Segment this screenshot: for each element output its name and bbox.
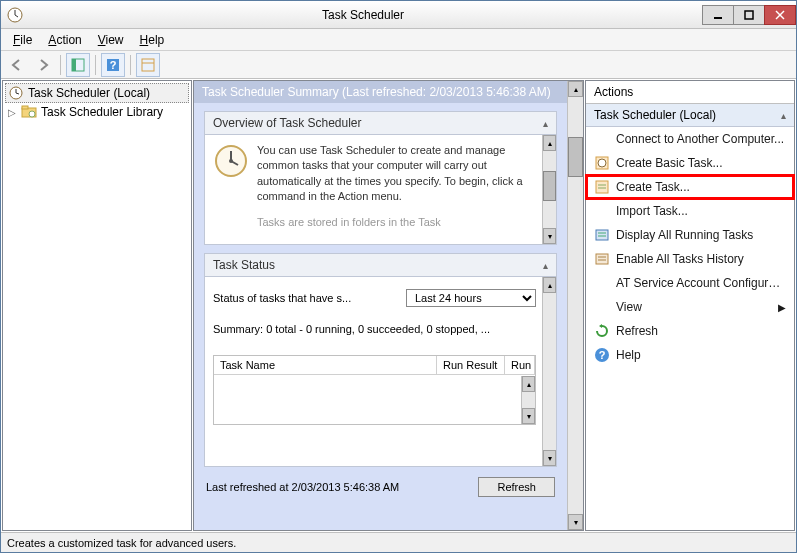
action-import-task[interactable]: Import Task...	[586, 199, 794, 223]
action-create-basic-task[interactable]: Create Basic Task...	[586, 151, 794, 175]
overview-header[interactable]: Overview of Task Scheduler ▴	[204, 111, 557, 135]
toolbar-separator-3	[130, 55, 131, 75]
folder-icon	[21, 104, 37, 120]
help-button[interactable]: ?	[101, 53, 125, 77]
expand-icon[interactable]: ▷	[7, 107, 17, 118]
tree-root-label: Task Scheduler (Local)	[28, 86, 150, 100]
clock-large-icon	[213, 143, 249, 179]
clock-icon	[8, 85, 24, 101]
svg-rect-25	[596, 181, 608, 193]
task-scheduler-window: Task Scheduler File Action View Help ? T…	[0, 0, 797, 553]
action-create-task[interactable]: Create Task...	[586, 175, 794, 199]
center-scrollbar[interactable]: ▴ ▾	[567, 81, 583, 530]
titlebar: Task Scheduler	[1, 1, 796, 29]
actions-group-label: Task Scheduler (Local)	[594, 108, 716, 122]
svg-rect-28	[596, 230, 608, 240]
action-enable-history[interactable]: Enable All Tasks History	[586, 247, 794, 271]
help-icon: ?	[594, 347, 610, 363]
statusbar-text: Creates a customized task for advanced u…	[7, 537, 236, 549]
refresh-row: Last refreshed at 2/03/2013 5:46:38 AM R…	[194, 467, 567, 507]
collapse-icon-3[interactable]: ▴	[781, 110, 786, 121]
history-icon	[594, 251, 610, 267]
action-at-service[interactable]: AT Service Account Configurati...	[586, 271, 794, 295]
center-pane: Task Scheduler Summary (Last refreshed: …	[193, 80, 584, 531]
toolbar-separator-2	[95, 55, 96, 75]
summary-header: Task Scheduler Summary (Last refreshed: …	[194, 81, 567, 103]
menu-help[interactable]: Help	[132, 31, 173, 49]
overview-panel: Overview of Task Scheduler ▴ You can use…	[204, 111, 557, 245]
status-label: Status of tasks that have s...	[213, 292, 351, 304]
collapse-icon[interactable]: ▴	[543, 118, 548, 129]
tree-library-label: Task Scheduler Library	[41, 105, 163, 119]
menu-view[interactable]: View	[90, 31, 132, 49]
overview-text: You can use Task Scheduler to create and…	[257, 143, 536, 205]
action-refresh[interactable]: Refresh	[586, 319, 794, 343]
svg-rect-31	[596, 254, 608, 264]
status-panel: Task Status ▴ Status of tasks that have …	[204, 253, 557, 467]
overview-text2: Tasks are stored in folders in the Task	[257, 215, 536, 230]
svg-rect-17	[22, 106, 28, 109]
overview-title: Overview of Task Scheduler	[213, 116, 362, 130]
main-area: Task Scheduler (Local) ▷ Task Scheduler …	[1, 79, 796, 532]
th-task-name[interactable]: Task Name	[214, 356, 437, 374]
statusbar: Creates a customized task for advanced u…	[1, 532, 796, 552]
window-title: Task Scheduler	[23, 8, 703, 22]
toolbar-pane-button[interactable]	[66, 53, 90, 77]
refresh-button[interactable]: Refresh	[478, 477, 555, 497]
basic-task-icon	[594, 155, 610, 171]
svg-rect-8	[72, 59, 76, 71]
task-icon	[594, 179, 610, 195]
blank-icon-3	[594, 275, 610, 291]
overview-scrollbar[interactable]: ▴ ▾	[542, 135, 556, 244]
svg-rect-11	[142, 59, 154, 71]
menu-file[interactable]: File	[5, 31, 40, 49]
task-table: Task Name Run Result Run ▴▾	[213, 355, 536, 425]
actions-group-header[interactable]: Task Scheduler (Local) ▴	[586, 104, 794, 127]
action-display-running[interactable]: Display All Running Tasks	[586, 223, 794, 247]
svg-rect-4	[745, 11, 753, 19]
submenu-arrow-icon: ▶	[778, 302, 786, 313]
tree-pane: Task Scheduler (Local) ▷ Task Scheduler …	[2, 80, 192, 531]
tree-root[interactable]: Task Scheduler (Local)	[5, 83, 189, 103]
action-help[interactable]: ? Help	[586, 343, 794, 367]
last-refreshed-label: Last refreshed at 2/03/2013 5:46:38 AM	[206, 481, 399, 493]
th-run-result[interactable]: Run Result	[437, 356, 505, 374]
action-view[interactable]: View ▶	[586, 295, 794, 319]
back-button[interactable]	[5, 53, 29, 77]
status-period-select[interactable]: Last 24 hours	[406, 289, 536, 307]
summary-line: Summary: 0 total - 0 running, 0 succeede…	[213, 319, 536, 339]
th-run[interactable]: Run	[505, 356, 535, 374]
actions-pane: Actions Task Scheduler (Local) ▴ Connect…	[585, 80, 795, 531]
blank-icon	[594, 131, 610, 147]
tree-library[interactable]: ▷ Task Scheduler Library	[5, 103, 189, 121]
menu-action[interactable]: Action	[40, 31, 89, 49]
close-button[interactable]	[764, 5, 796, 25]
maximize-button[interactable]	[733, 5, 765, 25]
blank-icon-2	[594, 203, 610, 219]
toolbar-view-button[interactable]	[136, 53, 160, 77]
status-title: Task Status	[213, 258, 275, 272]
running-icon	[594, 227, 610, 243]
svg-point-24	[598, 159, 606, 167]
collapse-icon-2[interactable]: ▴	[543, 260, 548, 271]
refresh-icon	[594, 323, 610, 339]
task-table-scrollbar[interactable]: ▴▾	[521, 376, 535, 424]
window-controls	[703, 5, 796, 25]
svg-text:?: ?	[599, 349, 606, 361]
svg-point-18	[29, 111, 35, 117]
forward-button[interactable]	[31, 53, 55, 77]
minimize-button[interactable]	[702, 5, 734, 25]
svg-point-22	[229, 159, 233, 163]
blank-icon-4	[594, 299, 610, 315]
app-icon	[7, 7, 23, 23]
toolbar: ?	[1, 51, 796, 79]
menubar: File Action View Help	[1, 29, 796, 51]
status-scrollbar[interactable]: ▴ ▾	[542, 277, 556, 466]
toolbar-separator	[60, 55, 61, 75]
svg-text:?: ?	[110, 59, 117, 71]
actions-title: Actions	[586, 81, 794, 104]
action-connect[interactable]: Connect to Another Computer...	[586, 127, 794, 151]
status-header[interactable]: Task Status ▴	[204, 253, 557, 277]
